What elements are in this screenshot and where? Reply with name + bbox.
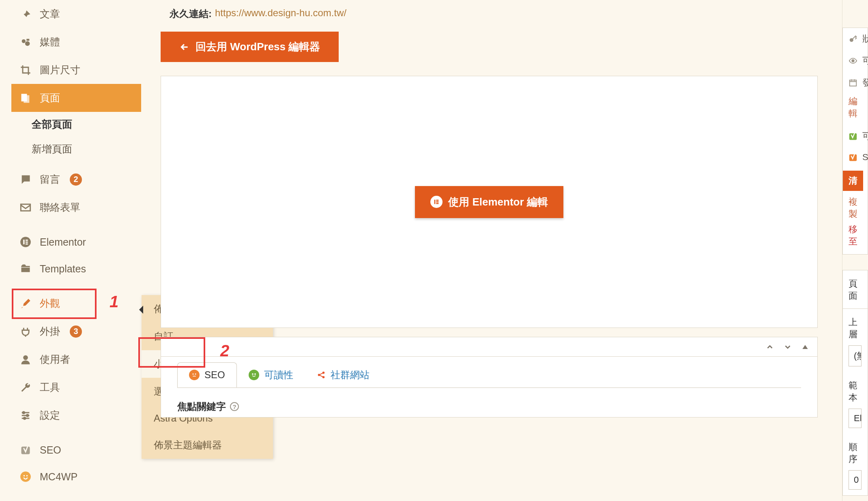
seo-tab-social[interactable]: 社群網站 <box>305 362 381 388</box>
right-rail: 狀 可 發 編輯 可 S 清 複製 移至 頁面 上層 (無 範本 Ele 順序 <box>842 0 868 501</box>
sidebar-item-settings[interactable]: 設定 <box>11 401 141 429</box>
yoast-seo-panel: SEO 可讀性 社群網站 焦點關鍵字 ? <box>161 337 818 418</box>
help-icon[interactable]: ? <box>230 402 239 411</box>
seo-tab-seo[interactable]: SEO <box>177 362 237 388</box>
svg-rect-5 <box>21 204 30 210</box>
order-input[interactable]: 0 <box>849 470 862 490</box>
sidebar-item-users[interactable]: 使用者 <box>11 345 141 373</box>
svg-rect-33 <box>850 80 857 86</box>
edit-with-elementor-button[interactable]: 使用 Elementor 編輯 <box>415 186 563 218</box>
order-label: 順序 <box>843 434 868 467</box>
parent-select[interactable]: (無 <box>849 345 862 366</box>
sidebar-item-label: 使用者 <box>40 353 70 366</box>
svg-point-18 <box>26 475 28 477</box>
flyout-theme-editor[interactable]: 佈景主題編輯器 <box>142 431 273 459</box>
svg-rect-8 <box>26 240 28 241</box>
main-content: 永久連結: https://www.design-hu.com.tw/ 回去用 … <box>161 0 818 418</box>
svg-rect-19 <box>434 200 436 204</box>
sidebar-item-comments[interactable]: 留言 2 <box>11 165 141 193</box>
sidebar-item-elementor[interactable]: Elementor <box>11 229 141 255</box>
chevron-down-icon[interactable] <box>783 343 792 351</box>
sidebar-item-appearance[interactable]: 外觀 <box>11 289 141 317</box>
sidebar-item-templates[interactable]: Templates <box>11 255 141 282</box>
submenu-all-pages[interactable]: 全部頁面 <box>19 112 141 137</box>
sidebar-item-label: 頁面 <box>40 91 60 105</box>
clear-cache-button[interactable]: 清 <box>843 171 863 191</box>
seo-tab-label: SEO <box>204 369 225 381</box>
svg-point-0 <box>22 39 26 43</box>
share-icon <box>317 370 326 379</box>
sidebar-item-label: 外觀 <box>40 297 60 310</box>
svg-point-32 <box>852 60 854 62</box>
sidebar-item-mc4wp[interactable]: MC4WP <box>11 463 141 490</box>
pages-icon <box>19 92 32 104</box>
template-label: 範本 <box>843 372 868 405</box>
flyout-pointer-icon <box>135 306 143 314</box>
date-row: 發 <box>843 72 868 94</box>
sidebar-item-tools[interactable]: 工具 <box>11 373 141 401</box>
sidebar-item-contact-form[interactable]: 聯絡表單 <box>11 193 141 221</box>
template-select[interactable]: Ele <box>849 409 862 428</box>
sidebar-item-label: 留言 <box>40 173 60 186</box>
chevron-up-icon[interactable] <box>765 343 774 351</box>
camera-icon <box>19 36 32 48</box>
sidebar-item-label: 圖片尺寸 <box>40 63 80 77</box>
yoast-seo-row: S <box>843 147 868 167</box>
plugins-badge: 3 <box>70 325 82 338</box>
annotation-label-1: 1 <box>110 293 118 311</box>
seo-tab-readability[interactable]: 可讀性 <box>237 362 305 388</box>
face-neutral-icon <box>189 370 200 380</box>
svg-point-16 <box>20 471 31 482</box>
crop-icon <box>19 64 32 76</box>
svg-point-27 <box>255 374 256 375</box>
clear-cache-row: 清 <box>843 167 868 193</box>
eye-icon <box>849 56 857 65</box>
sidebar-item-label: 聯絡表單 <box>40 201 80 214</box>
sidebar-item-media[interactable]: 媒體 <box>11 28 141 56</box>
sidebar-item-plugins[interactable]: 外掛 3 <box>11 317 141 345</box>
svg-rect-9 <box>26 242 28 243</box>
svg-point-24 <box>195 373 196 375</box>
sidebar-item-label: 工具 <box>40 381 60 394</box>
editor-panel: 使用 Elementor 編輯 <box>161 76 818 328</box>
folder-icon <box>19 263 32 275</box>
publish-box: 狀 可 發 編輯 可 S 清 複製 移至 <box>842 28 868 255</box>
svg-rect-2 <box>26 39 29 41</box>
svg-point-23 <box>193 373 194 375</box>
svg-rect-22 <box>436 203 439 204</box>
svg-point-12 <box>23 411 25 413</box>
face-smile-icon <box>249 370 259 380</box>
svg-rect-25 <box>193 376 196 377</box>
sidebar-item-posts[interactable]: 文章 <box>11 0 141 28</box>
svg-point-17 <box>24 475 25 477</box>
pin-icon <box>19 8 32 20</box>
permalink-url[interactable]: https://www.design-hu.com.tw/ <box>215 7 346 20</box>
sidebar-item-image-size[interactable]: 圖片尺寸 <box>11 56 141 84</box>
seo-tab-label: 可讀性 <box>264 368 293 381</box>
elementor-button-label: 使用 Elementor 編輯 <box>448 195 548 209</box>
sidebar-item-seo[interactable]: SEO <box>11 437 141 463</box>
user-icon <box>19 353 32 366</box>
plug-icon <box>19 325 32 338</box>
mail-icon <box>19 201 32 214</box>
sidebar-item-label: 文章 <box>40 7 60 21</box>
calendar-icon <box>849 78 857 87</box>
svg-point-11 <box>23 355 28 360</box>
yoast-icon <box>19 444 32 456</box>
wrench-icon <box>19 381 32 394</box>
sidebar-item-pages[interactable]: 頁面 <box>11 84 141 112</box>
svg-point-26 <box>252 374 253 375</box>
move-to-trash-link[interactable]: 移至 <box>843 223 868 254</box>
sidebar-item-label: 外掛 <box>40 325 60 338</box>
copy-link[interactable]: 複製 <box>843 193 868 223</box>
sidebar-item-label: Elementor <box>40 236 86 248</box>
yoast-orange-icon <box>849 153 857 162</box>
sidebar-item-label: SEO <box>40 444 61 456</box>
triangle-up-icon[interactable] <box>801 343 809 351</box>
back-to-wordpress-button[interactable]: 回去用 WordPress 編輯器 <box>161 32 339 62</box>
yoast-green-icon <box>849 132 857 141</box>
submenu-new-page[interactable]: 新增頁面 <box>19 137 141 161</box>
permalink-label: 永久連結: <box>170 7 212 20</box>
key-icon <box>849 34 857 43</box>
edit-date-link[interactable]: 編輯 <box>843 94 868 125</box>
